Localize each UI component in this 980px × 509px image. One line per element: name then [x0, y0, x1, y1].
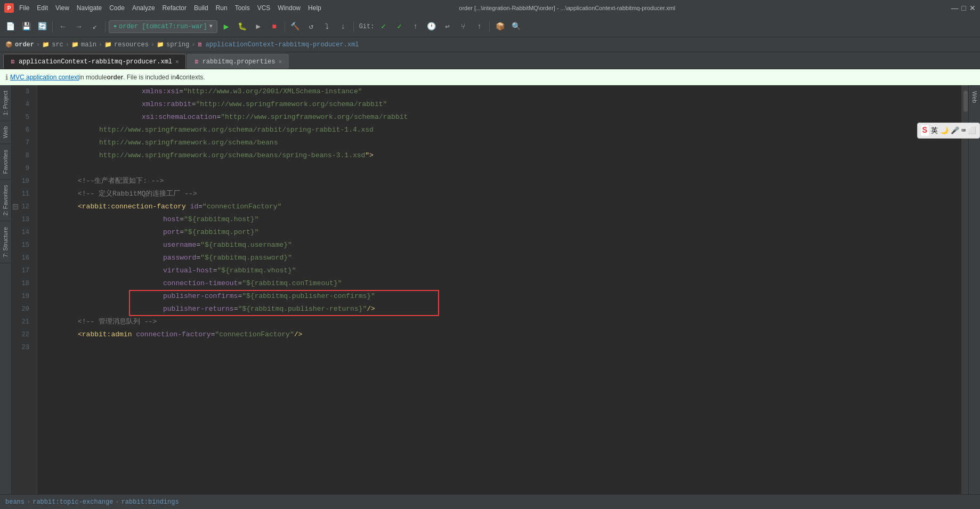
line-num-19: 19 — [12, 290, 33, 303]
bottom-breadcrumb: beans › rabbit:topic-exchange › rabbit:b… — [0, 494, 980, 509]
toolbar-separator-3 — [285, 21, 285, 32]
bottom-crumb-topic-exchange[interactable]: rabbit:topic-exchange — [33, 498, 113, 506]
git-revert-button[interactable]: ↩ — [440, 20, 454, 34]
sougou-menu[interactable]: ⬜ — [968, 126, 976, 135]
menu-navigate[interactable]: Navigate — [77, 4, 102, 12]
step-in-button[interactable]: ↓ — [336, 20, 350, 34]
sougou-bar[interactable]: S 英 🌙 🎤 ⌨ ⬜ — [917, 123, 980, 139]
panel-project[interactable]: 1: Project — [0, 85, 11, 121]
menu-edit[interactable]: Edit — [37, 4, 48, 12]
line-num-4: 4 — [12, 98, 33, 111]
code-line-15: username="${rabbitmq.username}" — [46, 239, 961, 252]
code-line-23 — [46, 341, 961, 354]
breadcrumb-top: 📦 order › 📁 src › 📁 main › 📁 resources ›… — [0, 37, 980, 52]
search-everywhere-button[interactable]: 🔍 — [509, 20, 523, 34]
menu-vcs[interactable]: VCS — [257, 4, 271, 12]
code-line-4: xmlns:rabbit="http://www.springframework… — [46, 98, 961, 111]
sougou-keyboard[interactable]: ⌨ — [961, 126, 966, 135]
step-over-button[interactable]: ⤵ — [320, 20, 334, 34]
toolbar-separator-1 — [52, 21, 53, 32]
sync-button[interactable]: 🔄 — [35, 20, 49, 34]
panel-structure[interactable]: 7: Structure — [0, 222, 11, 263]
tab-rabbitmq-properties[interactable]: 🗎 rabbitmq.properties ✕ — [187, 54, 289, 69]
git-label: Git: — [359, 23, 375, 30]
window-controls[interactable]: — □ ✕ — [951, 4, 976, 12]
panel-right-web[interactable]: Web — [969, 85, 980, 108]
sougou-lang[interactable]: 英 — [931, 126, 938, 135]
scrollbar-vertical[interactable] — [961, 85, 968, 494]
stop-button[interactable]: ■ — [268, 20, 281, 34]
sougou-logo: S — [921, 125, 929, 136]
menu-bar[interactable]: File Edit View Navigate Code Analyze Ref… — [19, 4, 321, 12]
menu-file[interactable]: File — [19, 4, 29, 12]
save-button[interactable]: 💾 — [19, 20, 33, 34]
line-num-15: 15 — [12, 239, 33, 252]
code-editor[interactable]: xmlns:xsi="http://www.w3.org/2001/XMLSch… — [37, 85, 961, 494]
right-panel-tabs: Web — [968, 85, 980, 494]
code-line-3: xmlns:xsi="http://www.w3.org/2001/XMLSch… — [46, 85, 961, 98]
recent-button[interactable]: ↙ — [88, 20, 102, 34]
build-button[interactable]: 🔨 — [288, 20, 302, 34]
debug-button[interactable]: 🐛 — [236, 20, 249, 34]
line-num-23: 23 — [12, 341, 33, 354]
git-commit-button[interactable]: ✓ — [392, 20, 406, 34]
menu-tools[interactable]: Tools — [235, 4, 250, 12]
panel-web[interactable]: Web — [0, 121, 11, 144]
bottom-crumb-bindings[interactable]: rabbit:bindings — [122, 498, 179, 506]
breadcrumb-src[interactable]: src — [52, 41, 63, 49]
scrollbar-thumb[interactable] — [963, 91, 968, 112]
panel-2-favorites[interactable]: 2: Favorites — [0, 180, 11, 221]
menu-help[interactable]: Help — [308, 4, 321, 12]
rebuild-button[interactable]: ↺ — [304, 20, 318, 34]
menu-build[interactable]: Build — [194, 4, 208, 12]
left-panel-tabs: 1: Project Web Favorites 2: Favorites 7:… — [0, 85, 12, 494]
breadcrumb-main[interactable]: main — [81, 41, 96, 49]
git-history-button[interactable]: 🕐 — [424, 20, 438, 34]
menu-run[interactable]: Run — [216, 4, 228, 12]
line-num-20: 20 — [12, 303, 33, 316]
code-line-8: http://www.springframework.org/schema/be… — [46, 149, 961, 162]
info-banner: ℹ MVC application context in module orde… — [0, 69, 980, 85]
close-button[interactable]: ✕ — [969, 4, 976, 12]
git-update-button[interactable]: ↑ — [408, 20, 422, 34]
menu-window[interactable]: Window — [278, 4, 301, 12]
maximize-button[interactable]: □ — [962, 4, 966, 12]
new-file-button[interactable]: 📄 — [3, 20, 17, 34]
minimize-button[interactable]: — — [951, 4, 959, 12]
tab-label-1: rabbitmq.properties — [203, 58, 276, 66]
panel-favorites[interactable]: Favorites — [0, 144, 11, 180]
run-button[interactable]: ▶ — [220, 20, 233, 34]
git-push-button[interactable]: ↑ — [472, 20, 486, 34]
coverage-button[interactable]: ▶ — [252, 20, 265, 34]
tab-applicationcontext[interactable]: 🗎 applicationContext-rabbitmq-producer.x… — [3, 54, 186, 69]
tab-label-0: applicationContext-rabbitmq-producer.xml — [19, 58, 172, 66]
toolbar: 📄 💾 🔄 ← → ↙ ● order [tomcat7:run-war] ▼ … — [0, 16, 980, 37]
code-line-20: publisher-returns="${rabbitmq.publisher-… — [46, 303, 961, 316]
menu-view[interactable]: View — [55, 4, 69, 12]
menu-refactor[interactable]: Refactor — [163, 4, 187, 12]
sougou-moon[interactable]: 🌙 — [940, 126, 949, 135]
breadcrumb-resources[interactable]: resources — [114, 41, 149, 49]
breadcrumb-order[interactable]: order — [15, 41, 34, 49]
run-config-selector[interactable]: ● order [tomcat7:run-war] ▼ — [109, 20, 217, 33]
fold-marker-12[interactable]: − — [13, 204, 18, 209]
git-branch-button[interactable]: ⑂ — [456, 20, 470, 34]
breadcrumb-file[interactable]: applicationContext-rabbitmq-producer.xml — [205, 41, 359, 49]
tab-icon-0: 🗎 — [10, 59, 15, 65]
menu-code[interactable]: Code — [109, 4, 125, 12]
forward-button[interactable]: → — [72, 20, 86, 34]
menu-analyze[interactable]: Analyze — [132, 4, 155, 12]
mvc-link[interactable]: MVC application context — [10, 74, 79, 81]
breadcrumb-spring[interactable]: spring — [166, 41, 189, 49]
external-tool-button[interactable]: 📦 — [493, 20, 507, 34]
code-line-5: xsi:schemaLocation="http://www.springfra… — [46, 111, 961, 124]
sougou-voice[interactable]: 🎤 — [951, 126, 959, 135]
line-num-14: 14 — [12, 226, 33, 239]
git-check-button[interactable]: ✓ — [376, 20, 390, 34]
tab-close-1[interactable]: ✕ — [279, 58, 282, 65]
tab-close-0[interactable]: ✕ — [175, 58, 179, 65]
bottom-crumb-beans[interactable]: beans — [5, 498, 25, 506]
line-num-13: 13 — [12, 213, 33, 226]
line-num-16: 16 — [12, 252, 33, 264]
back-button[interactable]: ← — [56, 20, 70, 34]
